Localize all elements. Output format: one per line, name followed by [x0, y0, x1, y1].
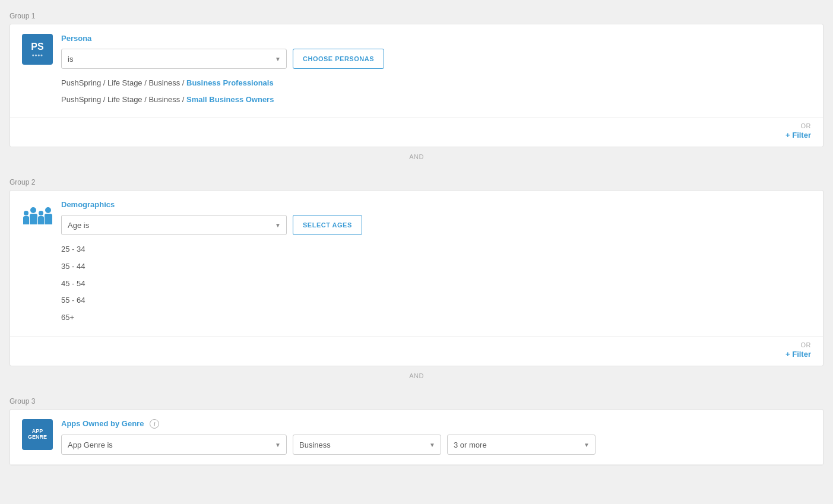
group-3-content: APPGENRE Apps Owned by Genre i App Genre…	[9, 409, 824, 466]
age-item-2: 35 - 44	[61, 258, 811, 275]
group-1-add-filter-link[interactable]: + Filter	[786, 131, 811, 140]
group-1-content: PS ●●●● Persona is is not CHOOSE PERSONA…	[9, 24, 824, 147]
persona-filter-controls: is is not CHOOSE PERSONAS	[61, 49, 811, 69]
and-separator-2: AND	[0, 366, 833, 385]
group-3-label: Group 3	[9, 392, 824, 409]
apps-genre-filter-controls: App Genre is App Genre is not Business E…	[61, 435, 811, 455]
figure-3	[38, 211, 44, 224]
age-item-5: 65+	[61, 309, 811, 327]
demographics-category-label: Demographics	[61, 200, 811, 209]
age-item-3: 45 - 54	[61, 275, 811, 293]
persona-filter-row: PS ●●●● Persona is is not CHOOSE PERSONA…	[10, 24, 823, 118]
group-1-or-label: OR	[801, 122, 812, 129]
app-genre-value-dropdown[interactable]: Business Entertainment Games Lifestyle P…	[293, 435, 441, 455]
persona-link-1[interactable]: Business Professionals	[186, 78, 274, 87]
group-2-or-label: OR	[801, 341, 812, 348]
persona-icon: PS ●●●●	[22, 34, 53, 65]
app-genre-count-dropdown[interactable]: 1 or more 2 or more 3 or more 4 or more …	[447, 435, 596, 455]
demographics-filter-row: Demographics Age is Age is not SELECT AG…	[10, 191, 823, 337]
persona-item-1: PushSpring / Life Stage / Business / Bus…	[61, 75, 811, 91]
demographics-icon	[22, 200, 53, 231]
choose-personas-button[interactable]: CHOOSE PERSONAS	[293, 49, 384, 69]
app-genre-condition-dropdown[interactable]: App Genre is App Genre is not	[61, 435, 287, 455]
group-2-add-filter-link[interactable]: + Filter	[786, 350, 811, 359]
age-item-4: 55 - 64	[61, 292, 811, 309]
apps-genre-info-icon[interactable]: i	[150, 419, 159, 429]
age-item-1: 25 - 34	[61, 241, 811, 258]
group-1-or-filter-row: OR + Filter	[10, 118, 823, 147]
group-2-or-filter-row: OR + Filter	[10, 337, 823, 366]
persona-item-2: PushSpring / Life Stage / Business / Sma…	[61, 91, 811, 108]
persona-link-2[interactable]: Small Business Owners	[186, 95, 274, 104]
age-selected-items: 25 - 34 35 - 44 45 - 54 55 - 64 65+	[61, 241, 811, 327]
app-genre-count-dropdown-wrapper: 1 or more 2 or more 3 or more 4 or more …	[447, 435, 596, 455]
persona-category-label: Persona	[61, 34, 811, 43]
persona-selected-items: PushSpring / Life Stage / Business / Bus…	[61, 75, 811, 107]
persona-condition-dropdown[interactable]: is is not	[61, 49, 287, 69]
demographics-dropdown-wrapper: Age is Age is not	[61, 215, 287, 235]
apps-genre-category-label: Apps Owned by Genre i	[61, 419, 811, 429]
figure-4	[45, 207, 52, 224]
group-2-content: Demographics Age is Age is not SELECT AG…	[9, 190, 824, 366]
group-1-section: Group 1 PS ●●●● Persona is is not	[0, 0, 833, 147]
group-2-section: Group 2	[0, 166, 833, 366]
demographics-filter-body: Demographics Age is Age is not SELECT AG…	[61, 200, 811, 327]
group-3-section: Group 3 APPGENRE Apps Owned by Genre i A…	[0, 385, 833, 466]
demographics-filter-controls: Age is Age is not SELECT AGES	[61, 215, 811, 235]
persona-dropdown-wrapper: is is not	[61, 49, 287, 69]
apps-genre-filter-body: Apps Owned by Genre i App Genre is App G…	[61, 419, 811, 455]
app-genre-dropdown-wrapper: App Genre is App Genre is not	[61, 435, 287, 455]
app-genre-value-dropdown-wrapper: Business Entertainment Games Lifestyle P…	[293, 435, 441, 455]
group-2-label: Group 2	[9, 173, 824, 190]
figure-1	[23, 211, 29, 224]
page-container: Group 1 PS ●●●● Persona is is not	[0, 0, 833, 504]
app-genre-icon: APPGENRE	[22, 419, 53, 450]
persona-filter-body: Persona is is not CHOOSE PERSONAS PushSp	[61, 34, 811, 107]
age-condition-dropdown[interactable]: Age is Age is not	[61, 215, 287, 235]
and-separator-1: AND	[0, 147, 833, 166]
figure-2	[30, 207, 37, 224]
group-1-label: Group 1	[9, 7, 824, 24]
apps-genre-filter-row: APPGENRE Apps Owned by Genre i App Genre…	[10, 410, 823, 465]
select-ages-button[interactable]: SELECT AGES	[293, 215, 362, 235]
